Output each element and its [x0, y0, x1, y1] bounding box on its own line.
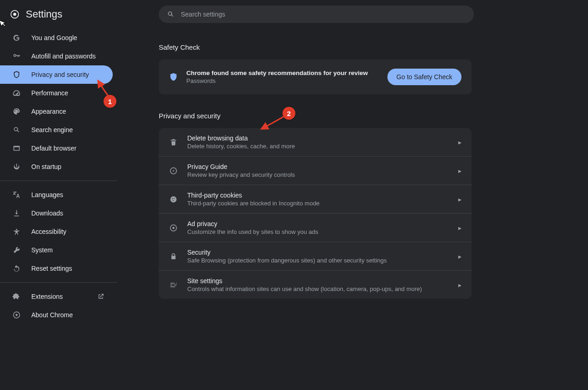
- sidebar-item-privacy[interactable]: Privacy and security: [0, 65, 113, 84]
- search-icon: [166, 10, 175, 19]
- sidebar: Settings You and Google Autofill and pas…: [0, 0, 117, 390]
- sidebar-item-label: Default browser: [31, 145, 76, 152]
- key-icon: [12, 52, 21, 61]
- safety-card-title: Chrome found some safety recommendations…: [186, 70, 379, 76]
- row-subtitle: Customize the info used by sites to show…: [187, 228, 449, 235]
- shield-icon: [169, 72, 178, 81]
- privacy-list: Delete browsing data Delete history, coo…: [159, 128, 472, 299]
- page-title: Settings: [26, 8, 63, 20]
- sidebar-item-reset[interactable]: Reset settings: [0, 259, 117, 278]
- row-security[interactable]: Security Safe Browsing (protection from …: [159, 242, 472, 271]
- trash-icon: [169, 138, 178, 147]
- sidebar-item-label: Extensions: [31, 293, 63, 300]
- sidebar-item-you-and-google[interactable]: You and Google: [0, 29, 117, 47]
- tune-icon: [169, 280, 178, 290]
- row-subtitle: Third-party cookies are blocked in Incog…: [187, 200, 449, 207]
- search-icon: [12, 125, 21, 134]
- sidebar-item-label: Privacy and security: [31, 71, 89, 78]
- ads-icon: [169, 223, 178, 233]
- row-title: Delete browsing data: [187, 134, 449, 142]
- search-input[interactable]: [181, 11, 474, 18]
- row-subtitle: Controls what information sites can use …: [187, 285, 449, 292]
- svg-point-1: [13, 13, 17, 16]
- row-title: Security: [187, 249, 449, 256]
- sidebar-item-search-engine[interactable]: Search engine: [0, 121, 117, 139]
- row-subtitle: Delete history, cookies, cache, and more: [187, 143, 449, 150]
- sidebar-item-autofill[interactable]: Autofill and passwords: [0, 47, 117, 65]
- sidebar-item-default-browser[interactable]: Default browser: [0, 139, 117, 157]
- sidebar-item-downloads[interactable]: Downloads: [0, 204, 117, 222]
- extension-icon: [12, 292, 21, 301]
- app-header: Settings: [0, 6, 117, 29]
- sidebar-item-label: Reset settings: [31, 265, 72, 272]
- browser-icon: [12, 144, 21, 153]
- svg-point-10: [173, 227, 175, 229]
- nav-primary: You and Google Autofill and passwords Pr…: [0, 29, 117, 324]
- search-bar[interactable]: [159, 6, 474, 23]
- row-third-party-cookies[interactable]: Third-party cookies Third-party cookies …: [159, 185, 472, 214]
- row-site-settings[interactable]: Site settings Controls what information …: [159, 271, 472, 299]
- sidebar-item-label: Performance: [31, 89, 68, 97]
- main-content: Safety Check Chrome found some safety re…: [117, 0, 588, 390]
- sidebar-item-label: Accessibility: [31, 228, 66, 235]
- row-title: Site settings: [187, 277, 449, 285]
- sidebar-item-label: On startup: [31, 163, 61, 170]
- privacy-heading: Privacy and security: [159, 112, 472, 120]
- row-delete-browsing-data[interactable]: Delete browsing data Delete history, coo…: [159, 128, 472, 157]
- sidebar-item-on-startup[interactable]: On startup: [0, 157, 117, 176]
- sidebar-item-label: Appearance: [31, 108, 66, 115]
- row-title: Privacy Guide: [187, 163, 449, 170]
- chrome-logo-icon: [10, 10, 19, 19]
- safety-check-heading: Safety Check: [159, 43, 472, 51]
- svg-point-3: [16, 314, 18, 316]
- sidebar-item-system[interactable]: System: [0, 241, 117, 259]
- svg-point-7: [174, 198, 175, 198]
- sidebar-item-performance[interactable]: Performance: [0, 84, 117, 102]
- divider: [0, 282, 117, 283]
- sidebar-item-label: System: [31, 246, 53, 254]
- lock-icon: [169, 252, 178, 261]
- divider: [0, 180, 117, 181]
- sidebar-item-extensions[interactable]: Extensions: [0, 287, 117, 306]
- chevron-right-icon: ▸: [458, 224, 461, 232]
- row-ad-privacy[interactable]: Ad privacy Customize the info used by si…: [159, 214, 472, 242]
- chevron-right-icon: ▸: [458, 253, 461, 260]
- sidebar-item-label: Autofill and passwords: [31, 52, 96, 60]
- svg-point-6: [172, 198, 173, 199]
- sidebar-item-languages[interactable]: Languages: [0, 186, 117, 204]
- google-g-icon: [12, 33, 21, 42]
- sidebar-item-about[interactable]: About Chrome: [0, 306, 117, 324]
- svg-point-5: [170, 196, 177, 203]
- annotation-badge-1: 1: [104, 95, 116, 108]
- sidebar-item-accessibility[interactable]: Accessibility: [0, 222, 117, 241]
- shield-icon: [12, 70, 21, 79]
- translate-icon: [12, 190, 21, 199]
- sidebar-item-appearance[interactable]: Appearance: [0, 102, 117, 121]
- row-title: Ad privacy: [187, 220, 449, 227]
- row-subtitle: Review key privacy and security controls: [187, 171, 449, 178]
- safety-card-subtitle: Passwords: [186, 77, 379, 84]
- accessibility-icon: [12, 227, 21, 236]
- reset-icon: [12, 264, 21, 273]
- chevron-right-icon: ▸: [458, 139, 461, 146]
- open-in-new-icon: [96, 292, 105, 301]
- row-privacy-guide[interactable]: Privacy Guide Review key privacy and sec…: [159, 157, 472, 185]
- go-to-safety-check-button[interactable]: Go to Safety Check: [387, 69, 461, 85]
- svg-point-8: [173, 200, 173, 201]
- chevron-right-icon: ▸: [458, 196, 461, 203]
- sidebar-item-label: About Chrome: [31, 311, 73, 319]
- sidebar-item-label: You and Google: [31, 34, 77, 41]
- power-icon: [12, 162, 21, 171]
- cookie-icon: [169, 195, 178, 204]
- row-title: Third-party cookies: [187, 192, 449, 199]
- sidebar-item-label: Languages: [31, 191, 63, 198]
- row-subtitle: Safe Browsing (protection from dangerous…: [187, 257, 449, 264]
- annotation-badge-2: 2: [282, 107, 295, 120]
- compass-icon: [169, 166, 178, 175]
- chrome-icon: [12, 310, 21, 320]
- chevron-right-icon: ▸: [458, 167, 461, 175]
- sidebar-item-label: Downloads: [31, 210, 63, 217]
- speedometer-icon: [12, 88, 21, 98]
- safety-check-card: Chrome found some safety recommendations…: [159, 59, 472, 94]
- download-icon: [12, 209, 21, 218]
